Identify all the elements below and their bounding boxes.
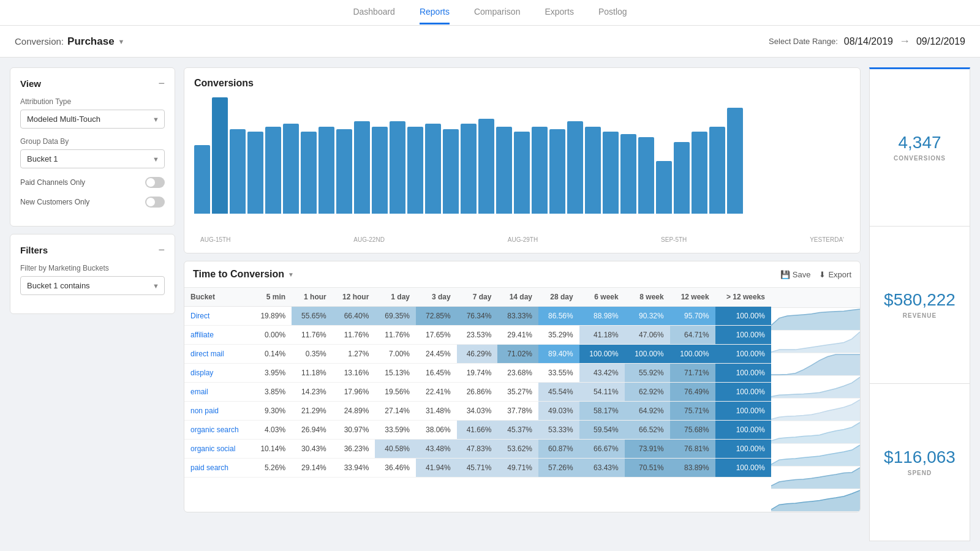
bar-12 — [407, 127, 423, 214]
cell-8-10: 83.89% — [670, 459, 715, 478]
cell-2-0: 0.14% — [251, 345, 292, 364]
new-customers-toggle-group: New Customers Only — [20, 197, 165, 208]
cell-0-4: 72.85% — [416, 307, 457, 326]
cell-6-11: 100.00% — [715, 421, 771, 440]
bucket-name-0[interactable]: Direct — [184, 307, 251, 326]
bucket-name-2[interactable]: direct mail — [184, 345, 251, 364]
bar-15 — [461, 124, 477, 214]
bar-25 — [638, 137, 654, 214]
cell-8-11: 100.00% — [715, 459, 771, 478]
conversions-label: CONVERSIONS — [894, 155, 946, 162]
cell-2-2: 1.27% — [333, 345, 375, 364]
revenue-value: $580,222 — [884, 291, 956, 310]
bar-2 — [230, 129, 246, 214]
filter-select[interactable]: Bucket 1 contains — [20, 276, 165, 295]
cell-3-0: 3.95% — [251, 364, 292, 383]
mini-chart-3 — [771, 376, 860, 399]
attribution-select[interactable]: Modeled Multi-Touch — [20, 110, 165, 129]
bar-5 — [283, 124, 299, 214]
spend-value: $116,063 — [884, 448, 956, 467]
bar-26 — [656, 161, 672, 214]
bar-27 — [674, 142, 690, 214]
group-data-select[interactable]: Bucket 1 — [20, 149, 165, 168]
cell-7-9: 73.91% — [625, 440, 670, 459]
col-header-6: 7 day — [457, 288, 498, 307]
table-row: display3.95%11.18%13.16%15.13%16.45%19.7… — [184, 364, 771, 383]
filter-by-label: Filter by Marketing Buckets — [20, 264, 165, 272]
cell-2-3: 7.00% — [375, 345, 416, 364]
bucket-name-8[interactable]: paid search — [184, 459, 251, 478]
bucket-name-1[interactable]: affiliate — [184, 326, 251, 345]
cell-1-7: 35.29% — [538, 326, 579, 345]
revenue-label: REVENUE — [903, 312, 937, 319]
mini-chart-4 — [771, 399, 860, 421]
main-layout: View − Attribution Type Modeled Multi-To… — [0, 58, 980, 551]
bucket-name-5[interactable]: non paid — [184, 402, 251, 421]
col-header-1: 5 min — [251, 288, 292, 307]
conversion-dropdown-icon: ▼ — [118, 38, 125, 45]
col-header-5: 3 day — [416, 288, 457, 307]
bucket-name-6[interactable]: organic search — [184, 421, 251, 440]
cell-8-5: 45.71% — [457, 459, 498, 478]
bar-19 — [532, 127, 548, 214]
mini-chart-5 — [771, 421, 860, 444]
table-row: paid search5.26%29.14%33.94%36.46%41.94%… — [184, 459, 771, 478]
filters-collapse-button[interactable]: − — [158, 244, 165, 255]
cell-0-0: 19.89% — [251, 307, 292, 326]
nav-comparison[interactable]: Comparison — [474, 1, 520, 24]
mini-chart-2 — [771, 353, 860, 376]
bar-16 — [478, 119, 494, 214]
bucket-name-4[interactable]: email — [184, 383, 251, 402]
bucket-name-3[interactable]: display — [184, 364, 251, 383]
cell-8-3: 36.46% — [375, 459, 416, 478]
cell-1-9: 47.06% — [625, 326, 670, 345]
cell-8-7: 57.26% — [538, 459, 579, 478]
bar-0 — [194, 145, 210, 214]
table-head-row: Bucket5 min1 hour12 hour1 day3 day7 day1… — [184, 288, 771, 307]
cell-4-2: 17.96% — [333, 383, 375, 402]
cell-5-7: 49.03% — [538, 402, 579, 421]
bar-11 — [390, 121, 405, 214]
cell-7-0: 10.14% — [251, 440, 292, 459]
svg-marker-7 — [771, 468, 860, 489]
nav-dashboard[interactable]: Dashboard — [353, 1, 395, 24]
cell-0-7: 86.56% — [538, 307, 579, 326]
cell-6-3: 33.59% — [375, 421, 416, 440]
nav-postlog[interactable]: Postlog — [598, 1, 627, 24]
export-button[interactable]: ⬇ Export — [819, 270, 851, 279]
svg-marker-4 — [771, 400, 860, 421]
cell-7-5: 47.83% — [457, 440, 498, 459]
cell-7-7: 60.87% — [538, 440, 579, 459]
table-title-chevron-icon[interactable]: ▼ — [288, 271, 294, 278]
table-row: email3.85%14.23%17.96%19.56%22.41%26.86%… — [184, 383, 771, 402]
bar-22 — [585, 127, 601, 214]
new-customers-toggle[interactable] — [145, 197, 165, 208]
nav-reports[interactable]: Reports — [420, 1, 450, 24]
conversions-stat-card: 4,347 CONVERSIONS — [869, 67, 970, 227]
revenue-stat-card: $580,222 REVENUE — [869, 227, 970, 384]
date-range-selector[interactable]: Select Date Range: 08/14/2019 → 09/12/20… — [769, 35, 965, 48]
bucket-name-7[interactable]: organic social — [184, 440, 251, 459]
bar-chart — [194, 96, 850, 231]
view-collapse-button[interactable]: − — [158, 78, 165, 89]
mini-chart-1 — [771, 331, 860, 353]
cell-4-9: 62.92% — [625, 383, 670, 402]
conversion-selector[interactable]: Conversion: Purchase ▼ — [15, 36, 124, 48]
cell-4-11: 100.00% — [715, 383, 771, 402]
paid-channels-toggle[interactable] — [145, 177, 165, 188]
nav-exports[interactable]: Exports — [545, 1, 573, 24]
col-header-10: 8 week — [625, 288, 670, 307]
spend-stat-card: $116,063 SPEND — [869, 384, 970, 541]
cell-1-4: 17.65% — [416, 326, 457, 345]
col-header-12: > 12 weeks — [715, 288, 771, 307]
cell-2-8: 100.00% — [579, 345, 625, 364]
cell-1-8: 41.18% — [579, 326, 625, 345]
x-label-3: SEP-5TH — [661, 236, 687, 243]
mini-chart-8 — [771, 489, 860, 512]
table-scroll[interactable]: Bucket5 min1 hour12 hour1 day3 day7 day1… — [184, 288, 771, 512]
cell-2-4: 24.45% — [416, 345, 457, 364]
cell-2-9: 100.00% — [625, 345, 670, 364]
save-button[interactable]: 💾 Save — [780, 270, 811, 279]
cell-0-9: 90.32% — [625, 307, 670, 326]
cell-5-10: 75.71% — [670, 402, 715, 421]
